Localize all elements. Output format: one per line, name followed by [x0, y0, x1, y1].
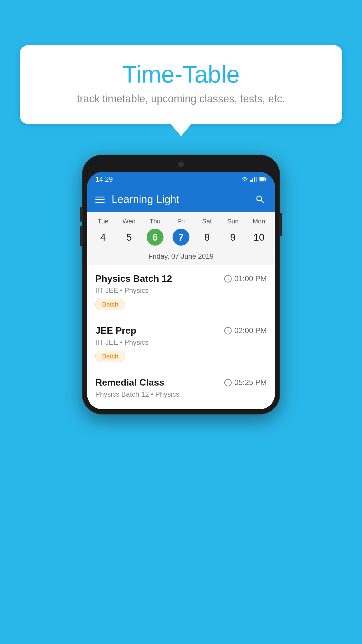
day-label: Mon: [246, 218, 272, 225]
day-label: Fri: [168, 218, 194, 225]
calendar-day[interactable]: 5: [116, 229, 142, 246]
clock-icon: [224, 379, 232, 387]
item-time: 02:00 PM: [224, 326, 267, 335]
schedule-item-header: JEE Prep 02:00 PM: [95, 325, 267, 336]
clock-icon: [224, 327, 232, 335]
day-numbers[interactable]: 45678910: [87, 228, 275, 250]
app-title: Learning Light: [112, 193, 247, 206]
svg-rect-5: [266, 178, 266, 180]
svg-rect-3: [256, 177, 257, 182]
svg-rect-0: [250, 180, 252, 182]
app-bar: Learning Light: [87, 187, 275, 212]
day-label: Sat: [194, 218, 220, 225]
svg-rect-1: [252, 178, 253, 182]
search-button[interactable]: [254, 193, 267, 206]
item-title: Physics Batch 12: [95, 273, 172, 284]
volume-up-button[interactable]: [80, 207, 82, 222]
schedule-item[interactable]: Physics Batch 12 01:00 PM IIT JEE • Phys…: [87, 265, 275, 317]
status-icons: [242, 177, 267, 182]
item-title: JEE Prep: [95, 325, 136, 336]
wifi-icon: [242, 177, 248, 182]
schedule-item[interactable]: Remedial Class 05:25 PM Physics Batch 12…: [87, 369, 275, 409]
calendar-day[interactable]: 10: [246, 229, 272, 246]
item-time: 05:25 PM: [224, 378, 267, 387]
day-label: Tue: [90, 218, 116, 225]
item-subtitle: IIT JEE • Physics: [95, 286, 267, 295]
item-subtitle: IIT JEE • Physics: [95, 338, 267, 346]
calendar-day[interactable]: 9: [220, 229, 246, 246]
battery-icon: [259, 177, 267, 182]
power-button[interactable]: [280, 213, 282, 236]
calendar-day[interactable]: 8: [194, 229, 220, 246]
search-icon: [255, 194, 266, 205]
calendar-day[interactable]: 7: [173, 229, 189, 246]
clock-icon: [224, 275, 232, 283]
item-subtitle: Physics Batch 12 • Physics: [95, 390, 267, 398]
schedule-item-header: Physics Batch 12 01:00 PM: [95, 273, 267, 284]
day-label: Wed: [116, 218, 142, 225]
selected-date-label: Friday, 07 June 2019: [87, 250, 275, 265]
calendar-day[interactable]: 4: [90, 229, 116, 246]
day-label: Thu: [142, 218, 168, 225]
day-labels: TueWedThuFriSatSunMon: [87, 212, 275, 228]
status-bar: 14:29: [87, 172, 275, 187]
status-time: 14:29: [95, 175, 113, 183]
phone-mockup: 14:29: [82, 155, 280, 414]
phone-notch-bar: [87, 160, 275, 172]
tooltip-card: Time-Table track timetable, upcoming cla…: [20, 45, 342, 124]
calendar-day[interactable]: 6: [147, 229, 164, 246]
batch-tag: Batch: [95, 351, 267, 362]
schedule-list: Physics Batch 12 01:00 PM IIT JEE • Phys…: [87, 265, 275, 409]
batch-tag: Batch: [95, 299, 267, 310]
calendar-strip: TueWedThuFriSatSunMon 45678910 Friday, 0…: [87, 212, 275, 265]
item-time: 01:00 PM: [224, 274, 267, 283]
phone-outer: 14:29: [82, 155, 280, 414]
schedule-item[interactable]: JEE Prep 02:00 PM IIT JEE • Physics Batc…: [87, 317, 275, 369]
volume-down-button[interactable]: [80, 226, 82, 246]
front-camera: [178, 161, 184, 167]
schedule-item-header: Remedial Class 05:25 PM: [95, 377, 267, 388]
signal-icon: [250, 177, 257, 182]
menu-button[interactable]: [95, 197, 105, 203]
svg-rect-2: [254, 177, 255, 182]
phone-notch: [168, 160, 194, 169]
tooltip-title: Time-Table: [37, 61, 325, 88]
item-title: Remedial Class: [95, 377, 164, 388]
phone-screen: 14:29: [87, 172, 275, 409]
svg-rect-6: [260, 178, 265, 181]
day-label: Sun: [220, 218, 246, 225]
tooltip-subtitle: track timetable, upcoming classes, tests…: [37, 93, 325, 105]
